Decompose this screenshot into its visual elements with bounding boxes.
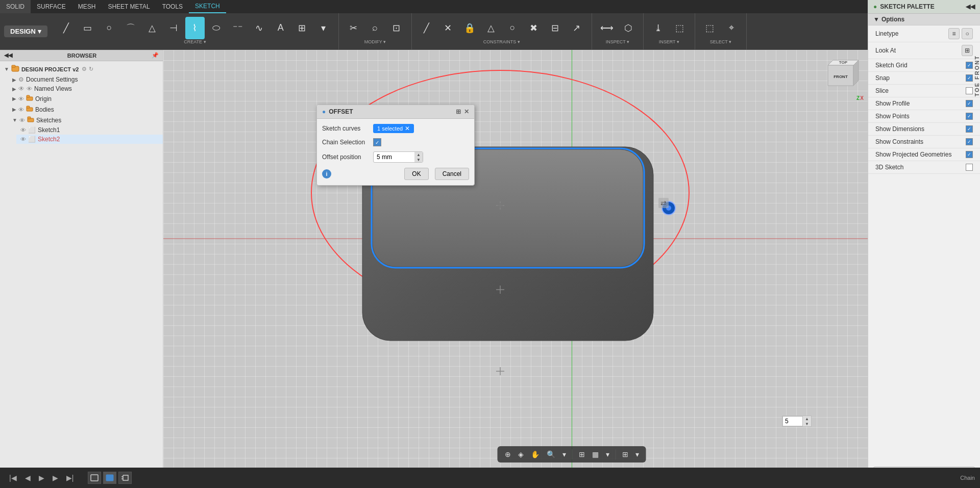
tree-item-doc-settings[interactable]: ▶ ⚙ Document Settings	[8, 75, 163, 84]
tree-root-extra[interactable]: ↻	[89, 66, 93, 72]
tree-sketches-vis[interactable]: 👁	[19, 117, 25, 123]
tool-window[interactable]: ⊞	[292, 17, 312, 39]
palette-show-points-checkbox[interactable]: ✓	[966, 113, 973, 120]
tree-item-sketch2[interactable]: 👁 ⬜ Sketch2	[16, 135, 163, 144]
tool-freeform[interactable]: ∿	[250, 17, 269, 39]
vc-section[interactable]: ⊞	[619, 448, 631, 460]
tool-select1[interactable]: ⬚	[700, 17, 720, 39]
offset-ok-button[interactable]: OK	[404, 168, 428, 180]
tool-slot[interactable]: ⁻⁻	[228, 17, 248, 39]
tool-trim[interactable]: ✂	[344, 17, 363, 39]
tool-c7[interactable]: ⊟	[546, 17, 565, 39]
tool-c5[interactable]: ○	[503, 17, 522, 39]
tree-sk1-vis[interactable]: 👁	[20, 127, 26, 133]
offset-inline-down[interactable]: ▼	[803, 421, 811, 426]
browser-collapse-arrow[interactable]: ◀◀	[4, 52, 12, 59]
tool-insert1[interactable]: ⤓	[649, 17, 668, 39]
palette-snap-checkbox[interactable]: ✓	[966, 74, 973, 82]
offset-position-input[interactable]	[374, 152, 414, 162]
tool-arc[interactable]: ⌒	[121, 17, 140, 39]
tree-item-root[interactable]: ▼ DESIGN PROJECT v2 ⚙ ↻	[0, 63, 163, 75]
vc-display[interactable]: ▦	[589, 448, 602, 460]
nav-to-start[interactable]: |◀	[5, 472, 21, 484]
offset-spin-up[interactable]: ▲	[414, 152, 423, 157]
tool-c8[interactable]: ↗	[567, 17, 586, 39]
offset-info-icon[interactable]: i	[322, 169, 331, 178]
tool-text[interactable]: A	[271, 17, 290, 39]
vc-zoom-extent[interactable]: 🔍	[544, 448, 558, 460]
palette-slice-checkbox[interactable]	[966, 87, 973, 94]
palette-show-profile-checkbox[interactable]: ✓	[966, 100, 973, 107]
vc-home[interactable]: ⊕	[502, 448, 514, 460]
nav-next[interactable]: ▶	[48, 472, 62, 484]
tool-insert2[interactable]: ⬚	[670, 17, 690, 39]
tool-c1[interactable]: ╱	[417, 17, 436, 39]
tool-triangle[interactable]: △	[142, 17, 162, 39]
palette-show-projected-checkbox[interactable]: ✓	[966, 151, 973, 158]
nav-select-solid[interactable]	[103, 472, 116, 484]
menu-tools[interactable]: TOOLS	[156, 0, 189, 13]
tree-item-sketches[interactable]: ▼ 👁 Sketches	[8, 115, 163, 125]
tool-offset-line[interactable]: ⊣	[164, 17, 183, 39]
offset-inline-up[interactable]: ▲	[803, 416, 811, 421]
vc-section-dd[interactable]: ▾	[632, 448, 642, 460]
tool-measure[interactable]: ⟷	[597, 17, 617, 39]
tree-bodies-vis[interactable]: 👁	[18, 107, 24, 113]
tree-origin-vis[interactable]: 👁	[18, 96, 24, 102]
tool-circle[interactable]: ○	[100, 17, 119, 39]
palette-look-at-btn[interactable]: ⊞	[962, 45, 973, 56]
tree-root-settings[interactable]: ⚙	[82, 66, 87, 72]
vc-camera[interactable]: ◈	[515, 448, 527, 460]
palette-3d-sketch-checkbox[interactable]	[966, 164, 973, 171]
tool-spline[interactable]: ⌇	[185, 17, 205, 39]
tree-item-origin[interactable]: ▶ 👁 Origin	[8, 93, 163, 104]
tool-line[interactable]: ╱	[57, 17, 76, 39]
offset-inline-input[interactable]	[782, 416, 803, 426]
menu-sheet-metal[interactable]: SHEET METAL	[102, 0, 156, 13]
offset-panel-close[interactable]: ✕	[464, 108, 469, 115]
menu-solid[interactable]: SOLID	[0, 0, 31, 13]
tool-more[interactable]: ▾	[314, 17, 333, 39]
menu-sketch[interactable]: SKETCH	[189, 0, 226, 13]
tool-c3[interactable]: 🔒	[460, 17, 479, 39]
tool-extend[interactable]: ⌕	[365, 17, 385, 39]
offset-chain-checkbox[interactable]: ✓	[373, 138, 381, 146]
offset-panel-expand[interactable]: ⊞	[456, 108, 461, 115]
tool-c4[interactable]: △	[481, 17, 501, 39]
tree-item-bodies[interactable]: ▶ 👁 Bodies	[8, 104, 163, 115]
tree-nv-vis[interactable]: 👁	[27, 86, 32, 92]
palette-expand-btn[interactable]: ◀◀	[966, 3, 975, 10]
browser-pin-btn[interactable]: 📌	[152, 52, 159, 59]
viewcube-container[interactable]: TOP FRONT X Z	[818, 55, 864, 101]
tool-select2[interactable]: ⌖	[722, 17, 741, 39]
offset-clear-selection[interactable]: ✕	[405, 125, 410, 132]
vc-grid[interactable]: ⊞	[576, 448, 588, 460]
nav-play[interactable]: ▶	[35, 472, 48, 484]
offset-number-input[interactable]: ▲ ▼	[782, 416, 812, 427]
vc-display-dd[interactable]: ▾	[603, 448, 612, 460]
tree-sk2-vis[interactable]: 👁	[20, 136, 26, 142]
tree-item-named-views[interactable]: ▶ 👁 👁 Named Views	[8, 84, 163, 93]
nav-select-box[interactable]	[88, 472, 101, 484]
palette-show-constraints-checkbox[interactable]: ✓	[966, 138, 973, 145]
tool-modify3[interactable]: ⊡	[387, 17, 406, 39]
palette-linetype-icon1[interactable]: ≡	[948, 28, 960, 39]
design-button[interactable]: DESIGN ▾	[4, 25, 47, 37]
tree-item-sketch1[interactable]: 👁 ⬜ Sketch1	[16, 125, 163, 135]
menu-surface[interactable]: SURFACE	[31, 0, 72, 13]
tool-rect[interactable]: ▭	[78, 17, 97, 39]
palette-options-arrow[interactable]: ▼	[873, 16, 879, 23]
nav-prev[interactable]: ◀	[21, 472, 35, 484]
tool-ellipse[interactable]: ⬭	[207, 17, 226, 39]
palette-show-dimensions-checkbox[interactable]: ✓	[966, 125, 973, 133]
tool-inspect2[interactable]: ⬡	[619, 17, 638, 39]
offset-cancel-button[interactable]: Cancel	[435, 168, 469, 180]
tool-c6[interactable]: ✖	[524, 17, 544, 39]
palette-linetype-icon2[interactable]: ○	[962, 28, 973, 39]
palette-sketch-grid-checkbox[interactable]: ✓	[966, 62, 973, 69]
tool-c2[interactable]: ✕	[438, 17, 458, 39]
nav-select-free[interactable]	[118, 472, 132, 484]
vc-zoom-dd[interactable]: ▾	[559, 448, 569, 460]
nav-to-end[interactable]: ▶|	[62, 472, 78, 484]
vc-pan[interactable]: ✋	[528, 448, 543, 460]
